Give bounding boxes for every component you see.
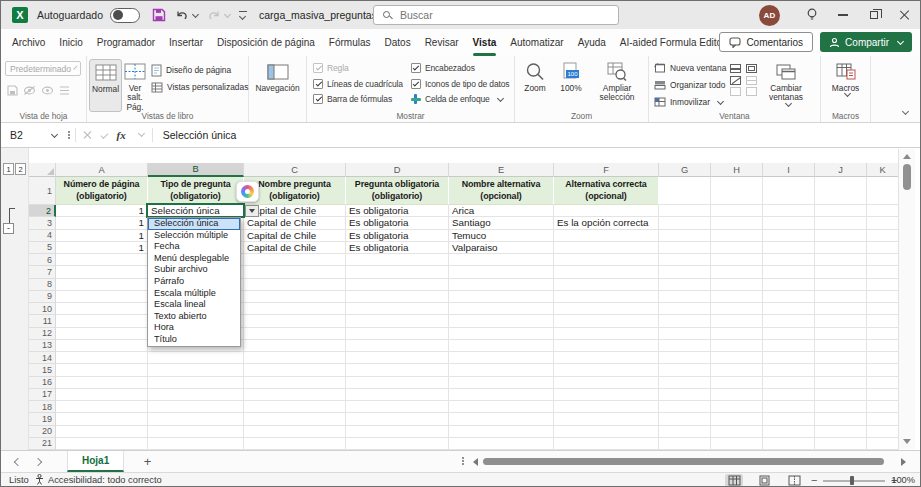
cell-H5[interactable] <box>711 242 763 254</box>
cell-J9[interactable] <box>815 291 867 303</box>
cell-F7[interactable] <box>554 266 659 278</box>
dropdown-item-selección-múltiple[interactable]: Selección múltiple <box>148 230 240 242</box>
cell-C15[interactable] <box>244 364 346 376</box>
cell-E21[interactable] <box>449 438 554 450</box>
cell-C18[interactable] <box>244 401 346 413</box>
cell-K17[interactable] <box>867 389 899 401</box>
cell-H4[interactable] <box>711 230 763 242</box>
cell-D11[interactable] <box>346 315 449 327</box>
row-header-1[interactable]: 1 <box>29 177 56 205</box>
cell-G7[interactable] <box>659 266 711 278</box>
cell-H19[interactable] <box>711 413 763 425</box>
tab-inicio[interactable]: Inicio <box>52 29 89 56</box>
cell-F2[interactable] <box>554 205 659 217</box>
split-window-icon[interactable] <box>730 64 741 73</box>
cell-G1[interactable] <box>659 177 711 205</box>
cell-A10[interactable] <box>56 303 148 315</box>
cell-G11[interactable] <box>659 315 711 327</box>
cell-D4[interactable]: Es obligatoria <box>346 230 449 242</box>
cell-G4[interactable] <box>659 230 711 242</box>
confirm-entry-icon[interactable] <box>100 131 108 139</box>
cell-G15[interactable] <box>659 364 711 376</box>
row-header-15[interactable]: 15 <box>29 364 56 376</box>
cell-C20[interactable] <box>244 426 346 438</box>
normal-view-button[interactable]: Normal <box>89 59 122 112</box>
cell-E10[interactable] <box>449 303 554 315</box>
zoom-percentage[interactable]: 100% <box>891 475 915 485</box>
row-header-9[interactable]: 9 <box>29 291 56 303</box>
cell-E17[interactable] <box>449 389 554 401</box>
horizontal-scrollbar[interactable] <box>469 451 906 472</box>
cell-A17[interactable] <box>56 389 148 401</box>
cell-H10[interactable] <box>711 303 763 315</box>
row-header-14[interactable]: 14 <box>29 352 56 364</box>
cell-I18[interactable] <box>763 401 815 413</box>
sheet-tab-hoja1[interactable]: Hoja1 <box>67 451 124 472</box>
cell-H13[interactable] <box>711 340 763 352</box>
hide-window-icon[interactable] <box>730 76 741 85</box>
view-side-by-side-icon[interactable] <box>746 64 757 73</box>
cell-E15[interactable] <box>449 364 554 376</box>
cell-C8[interactable] <box>244 279 346 291</box>
hints-button[interactable] <box>796 1 827 29</box>
cell-E1[interactable]: Nombre alternativa (opcional) <box>449 177 554 205</box>
tab-automatizar[interactable]: Automatizar <box>503 29 570 56</box>
cancel-entry-icon[interactable] <box>84 131 92 139</box>
cell-D7[interactable] <box>346 266 449 278</box>
cell-H21[interactable] <box>711 438 763 450</box>
cell-K5[interactable] <box>867 242 899 254</box>
data-validation-dropdown-button[interactable] <box>245 205 259 217</box>
cell-K10[interactable] <box>867 303 899 315</box>
cell-D14[interactable] <box>346 352 449 364</box>
cell-F19[interactable] <box>554 413 659 425</box>
unhide-window-icon[interactable] <box>730 87 741 96</box>
cell-G8[interactable] <box>659 279 711 291</box>
cell-F20[interactable] <box>554 426 659 438</box>
cell-K1[interactable] <box>867 177 899 205</box>
normal-view-toggle[interactable] <box>725 474 743 487</box>
col-header-E[interactable]: E <box>449 163 554 177</box>
tab-archivo[interactable]: Archivo <box>5 29 52 56</box>
cell-E2[interactable]: Arica <box>449 205 554 217</box>
cell-J7[interactable] <box>815 266 867 278</box>
cell-I14[interactable] <box>763 352 815 364</box>
dropdown-item-hora[interactable]: Hora <box>148 322 240 334</box>
cell-F12[interactable] <box>554 328 659 340</box>
search-box[interactable] <box>373 5 619 25</box>
cell-E16[interactable] <box>449 377 554 389</box>
cell-J14[interactable] <box>815 352 867 364</box>
row-header-6[interactable]: 6 <box>29 254 56 266</box>
cell-F8[interactable] <box>554 279 659 291</box>
vertical-scrollbar[interactable] <box>898 149 915 449</box>
comments-button[interactable]: Comentarios <box>719 32 813 52</box>
previous-sheet-icon[interactable] <box>14 458 22 466</box>
cell-H15[interactable] <box>711 364 763 376</box>
cell-K16[interactable] <box>867 377 899 389</box>
cell-H11[interactable] <box>711 315 763 327</box>
keep-sheet-view-icon[interactable] <box>7 85 18 96</box>
col-header-H[interactable]: H <box>711 163 763 177</box>
cell-B15[interactable] <box>148 364 244 376</box>
reset-window-position-icon[interactable] <box>746 87 757 96</box>
cell-A2[interactable]: 1 <box>56 205 148 217</box>
cell-E13[interactable] <box>449 340 554 352</box>
cell-B20[interactable] <box>148 426 244 438</box>
dropdown-item-título[interactable]: Título <box>148 334 240 346</box>
cell-I13[interactable] <box>763 340 815 352</box>
collapse-ribbon-icon[interactable] <box>902 108 909 115</box>
cell-C12[interactable] <box>244 328 346 340</box>
redo-button[interactable] <box>207 9 230 21</box>
share-button[interactable]: Compartir <box>820 32 912 52</box>
cell-A20[interactable] <box>56 426 148 438</box>
cell-H3[interactable] <box>711 217 763 229</box>
cell-E20[interactable] <box>449 426 554 438</box>
row-header-16[interactable]: 16 <box>29 377 56 389</box>
cell-F18[interactable] <box>554 401 659 413</box>
dropdown-item-escala-múltiple[interactable]: Escala múltiple <box>148 288 240 300</box>
cell-C14[interactable] <box>244 352 346 364</box>
sheet-view-preset-dropdown[interactable]: Predeterminado <box>5 61 81 76</box>
zoom-to-selection-button[interactable]: Ampliar selección <box>589 59 645 103</box>
row-header-7[interactable]: 7 <box>29 266 56 278</box>
cell-C4[interactable]: Capital de Chile <box>244 230 346 242</box>
cell-J3[interactable] <box>815 217 867 229</box>
